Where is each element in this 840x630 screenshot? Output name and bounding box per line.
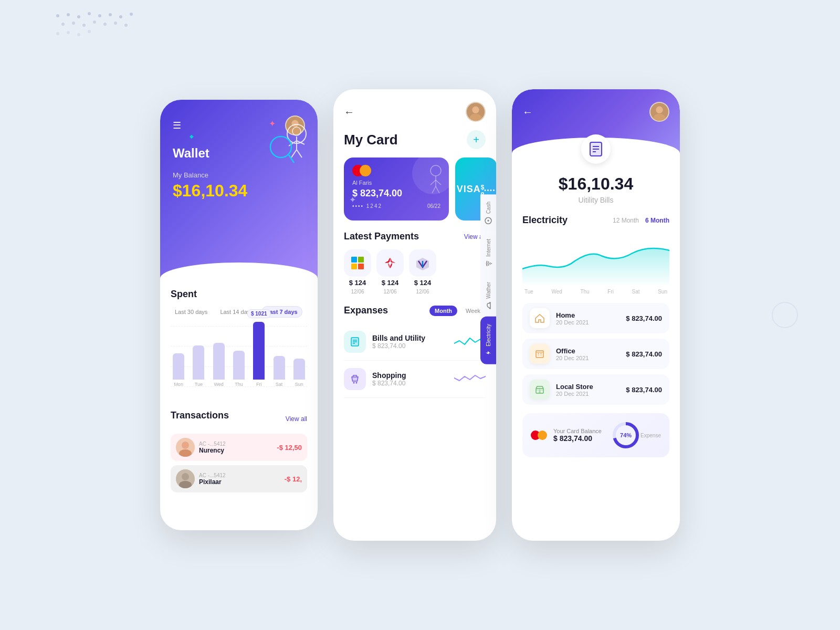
- phone-utility: ← $16,10.3: [512, 89, 680, 541]
- svg-point-8: [61, 23, 65, 26]
- svg-point-56: [353, 382, 355, 384]
- receipt-icon-wrapper: [581, 134, 611, 164]
- expense-info-shopping: Shopping $ 823,74.00: [372, 371, 448, 387]
- svg-point-15: [56, 32, 59, 35]
- bar-chart: Mon Tue Wed Thu $ 1021: [171, 326, 307, 400]
- transactions-title: Transactions: [171, 410, 229, 421]
- svg-point-59: [491, 263, 492, 264]
- bar-label-thu: Thu: [235, 382, 243, 387]
- back-button-utility[interactable]: ←: [522, 106, 533, 118]
- p1-date: 12/06: [351, 289, 364, 295]
- phones-container: ☰ ✦ ◆ Wallet My Balance $16,10.34: [160, 89, 680, 541]
- electricity-header: Electricity 12 Month 6 Month: [522, 215, 669, 226]
- expense-name-bills: Bills and Utility: [372, 334, 448, 342]
- payment-item-3[interactable]: $ 124 12/06: [409, 249, 436, 295]
- cb-label: Your Card Balance: [553, 428, 605, 434]
- side-tab-internet[interactable]: Internet: [480, 232, 496, 275]
- menu-icon[interactable]: ☰: [173, 120, 181, 131]
- expense-amount-bills: $ 823,74.00: [372, 342, 448, 350]
- period-6-month[interactable]: 6 Month: [645, 217, 669, 224]
- t-avatar-1: [176, 438, 195, 457]
- bar: [213, 343, 225, 380]
- utility-date-office: 20 Dec 2021: [556, 355, 620, 361]
- t-info-2: AC -...5412 Pixilaar: [199, 472, 280, 486]
- cards-row: Al Faris $ 823,74.00 •••• 1242 06/22: [333, 158, 496, 231]
- t-account-1: AC -...5412: [199, 441, 272, 447]
- svg-point-7: [130, 13, 133, 16]
- svg-point-1: [67, 13, 70, 16]
- expense-item-bills: Bills and Utility $ 823,74.00: [344, 323, 486, 361]
- utility-item-info-office: Office 20 Dec 2021: [556, 347, 620, 361]
- bar-label-fri: Fri: [256, 382, 262, 387]
- utility-date-store: 20 Dec 2021: [556, 391, 620, 397]
- svg-point-6: [119, 15, 122, 18]
- svg-rect-68: [536, 351, 543, 358]
- svg-point-18: [88, 30, 91, 33]
- circle-decoration: [772, 302, 798, 328]
- add-card-button[interactable]: +: [467, 130, 486, 149]
- bar-label-wed: Wed: [214, 382, 224, 387]
- utility-amount-store: $ 823,74.00: [626, 386, 662, 394]
- period-12-month[interactable]: 12 Month: [613, 217, 639, 224]
- mc-right: [360, 165, 371, 176]
- view-all-transactions[interactable]: View all: [286, 415, 307, 423]
- bar-thu: Thu: [231, 351, 247, 387]
- t-info-1: AC -...5412 Nurency: [199, 441, 272, 454]
- grid-line: [171, 326, 307, 327]
- deco-figure: [260, 121, 312, 186]
- bar-label-tue: Tue: [195, 382, 203, 387]
- payment-item-2[interactable]: $ 124 12/06: [376, 249, 404, 295]
- side-tab-electricity[interactable]: Electricity: [480, 317, 496, 364]
- t-name-1: Nurency: [199, 447, 272, 454]
- credit-card-1[interactable]: Al Faris $ 823,74.00 •••• 1242 06/22: [344, 158, 449, 220]
- avatar-p2: [466, 102, 486, 122]
- svg-point-29: [270, 136, 291, 158]
- svg-point-61: [656, 107, 663, 113]
- spent-title: Spent: [171, 289, 307, 300]
- expense-icon-shopping: [344, 368, 366, 390]
- utility-item-info-store: Local Store 20 Dec 2021: [556, 383, 620, 397]
- visa-label: VISA: [457, 184, 481, 195]
- svg-line-27: [291, 150, 297, 158]
- utility-date-home: 20 Dec 2021: [556, 319, 620, 326]
- expense-amount-shopping: $ 823,74.00: [372, 380, 448, 387]
- exp-tab-month[interactable]: Month: [429, 306, 457, 316]
- avatar-p3: [649, 102, 669, 122]
- utility-name-store: Local Store: [556, 383, 620, 391]
- back-arrow[interactable]: ←: [344, 106, 354, 118]
- svg-point-32: [182, 442, 189, 449]
- side-tab-weather[interactable]: Wather: [480, 275, 496, 317]
- svg-point-17: [77, 33, 80, 36]
- expanses-title: Expanses: [344, 305, 388, 316]
- side-tabs: Cash Internet Wather Electricity: [480, 194, 496, 364]
- expense-icon-bills: [344, 331, 366, 353]
- payment-icon-vs: [409, 249, 436, 277]
- utility-name-home: Home: [556, 311, 620, 319]
- utility-header: ←: [512, 89, 680, 153]
- filter-tab-30[interactable]: Last 30 days: [171, 307, 212, 317]
- svg-line-28: [297, 150, 302, 158]
- svg-rect-46: [351, 257, 357, 262]
- svg-point-9: [72, 22, 75, 25]
- svg-rect-69: [538, 353, 539, 354]
- exp-tabs: Month Week: [429, 306, 486, 316]
- donut-chart: 74%: [611, 421, 640, 450]
- t-name-2: Pixilaar: [199, 478, 280, 486]
- svg-rect-48: [351, 264, 357, 269]
- home-icon: [530, 308, 550, 328]
- spent-section: Spent Last 30 days Last 14 days Last 7 d…: [171, 289, 307, 400]
- side-tab-cash[interactable]: Cash: [480, 194, 496, 232]
- t-avatar-2: [176, 469, 195, 488]
- bar-sat: Sat: [271, 356, 287, 387]
- wallet-body: Spent Last 30 days Last 14 days Last 7 d…: [160, 278, 318, 507]
- svg-line-30: [289, 155, 294, 163]
- payment-item-1[interactable]: $ 124 12/06: [344, 249, 371, 295]
- phone-wallet: ☰ ✦ ◆ Wallet My Balance $16,10.34: [160, 100, 318, 530]
- svg-line-43: [436, 180, 441, 185]
- bar-fri: $ 1021 Fri: [251, 322, 267, 387]
- utility-list: Home 20 Dec 2021 $ 823,74.00: [522, 303, 669, 405]
- expense-chart-shopping: [454, 370, 486, 388]
- bar-label-sun: Sun: [295, 382, 303, 387]
- utility-name-office: Office: [556, 347, 620, 355]
- bar: [274, 356, 285, 380]
